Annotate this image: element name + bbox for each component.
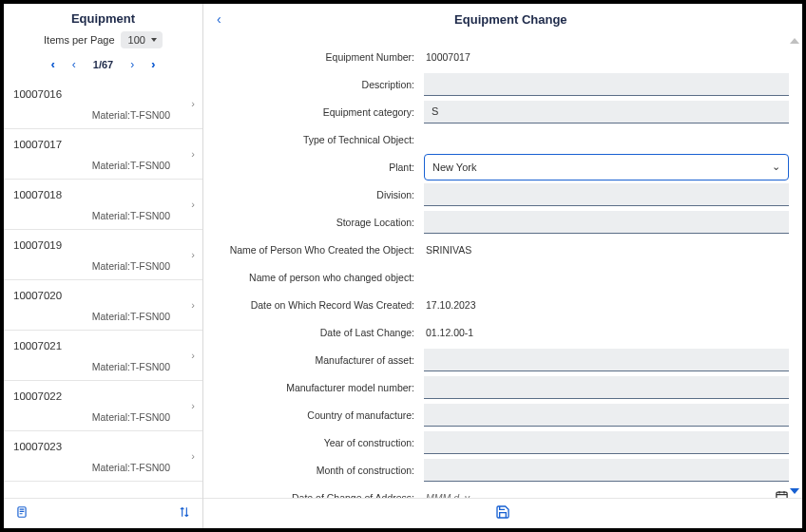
row-tech-object: Type of Technical Object: xyxy=(217,125,789,153)
list-item-material: Material:T-FSN00 xyxy=(13,411,193,423)
label-date-last-change: Date of Last Change: xyxy=(217,327,414,338)
list-item[interactable]: 10007022Material:T-FSN00› xyxy=(4,381,202,431)
input-division[interactable] xyxy=(424,183,789,206)
chevron-down-icon: ⌄ xyxy=(772,161,780,173)
list-item-number: 10007020 xyxy=(13,290,193,301)
pager-prev-icon[interactable]: ‹ xyxy=(72,58,76,71)
row-plant: Plant: New York ⌄ xyxy=(217,153,789,180)
input-country[interactable] xyxy=(424,404,789,427)
form[interactable]: Equipment Number: 10007017 Description: … xyxy=(203,37,802,528)
detail-footer xyxy=(203,498,802,528)
back-button[interactable]: ‹ xyxy=(211,10,227,28)
chevron-right-icon: › xyxy=(191,400,195,411)
equipment-list[interactable]: 10007016Material:T-FSN00›10007017Materia… xyxy=(4,79,202,498)
sidebar: Equipment Items per Page 100 ‹‹ ‹ 1/67 ›… xyxy=(4,4,203,528)
label-created-by: Name of Person Who Created the Object: xyxy=(217,244,414,256)
label-month-construction: Month of construction: xyxy=(217,465,414,476)
list-item[interactable]: 10007018Material:T-FSN00› xyxy=(4,180,202,230)
label-division: Division: xyxy=(217,189,414,200)
row-model-number: Manufacturer model number: xyxy=(217,373,789,401)
label-manufacturer: Manufacturer of asset: xyxy=(217,354,414,366)
row-created-by: Name of Person Who Created the Object: S… xyxy=(217,236,789,263)
row-equipment-category: Equipment category: xyxy=(217,98,789,125)
input-equipment-category[interactable] xyxy=(424,101,789,124)
label-tech-object: Type of Technical Object: xyxy=(217,134,414,145)
select-plant-value: New York xyxy=(432,162,476,173)
list-item-number: 10007019 xyxy=(13,239,193,251)
input-month-construction[interactable] xyxy=(424,459,789,482)
row-division: Division: xyxy=(217,180,789,208)
label-equipment-number: Equipment Number: xyxy=(217,51,414,63)
list-item-number: 10007023 xyxy=(13,441,193,452)
input-description[interactable] xyxy=(424,73,789,96)
chevron-right-icon: › xyxy=(191,450,195,462)
list-item-material: Material:T-FSN00 xyxy=(13,160,193,171)
scroll-down-icon[interactable] xyxy=(790,488,799,494)
items-per-page-row: Items per Page 100 xyxy=(4,31,202,52)
list-item[interactable]: 10007023Material:T-FSN00› xyxy=(4,431,202,482)
pager-first-icon[interactable]: ‹‹ xyxy=(51,58,55,71)
pager-last-icon[interactable]: ›› xyxy=(151,58,155,71)
app-root: Equipment Items per Page 100 ‹‹ ‹ 1/67 ›… xyxy=(4,4,802,528)
list-item-material: Material:T-FSN00 xyxy=(13,462,193,473)
label-date-created: Date on Which Record Was Created: xyxy=(217,299,414,311)
chevron-right-icon: › xyxy=(191,148,195,160)
row-country: Country of manufacture: xyxy=(217,401,789,428)
save-button[interactable] xyxy=(495,504,510,523)
row-changed-by: Name of person who changed object: xyxy=(217,263,789,291)
list-item[interactable]: 10007021Material:T-FSN00› xyxy=(4,331,202,381)
chevron-right-icon: › xyxy=(191,199,195,210)
list-item[interactable]: 10007019Material:T-FSN00› xyxy=(4,230,202,280)
list-item[interactable]: 10007016Material:T-FSN00› xyxy=(4,79,202,129)
input-manufacturer[interactable] xyxy=(424,349,789,371)
chevron-right-icon: › xyxy=(191,249,195,260)
list-item-material: Material:T-FSN00 xyxy=(13,109,193,121)
list-item[interactable]: 10007020Material:T-FSN00› xyxy=(4,280,202,331)
value-date-created: 17.10.2023 xyxy=(424,295,478,314)
list-item-number: 10007018 xyxy=(13,189,193,200)
pager-nav: ‹‹ ‹ 1/67 › ›› xyxy=(4,52,202,79)
items-per-page-label: Items per Page xyxy=(44,34,115,46)
value-equipment-number: 10007017 xyxy=(424,48,472,66)
list-item[interactable]: 10007017Material:T-FSN00› xyxy=(4,129,202,180)
input-model-number[interactable] xyxy=(424,376,789,399)
list-item-number: 10007016 xyxy=(13,88,193,100)
row-storage-location: Storage Location: xyxy=(217,208,789,236)
row-month-construction: Month of construction: xyxy=(217,456,789,484)
label-equipment-category: Equipment category: xyxy=(217,106,414,118)
list-item-material: Material:T-FSN00 xyxy=(13,311,193,322)
label-year-construction: Year of construction: xyxy=(217,437,414,448)
items-per-page-select[interactable]: 100 xyxy=(121,31,163,48)
value-created-by: SRINIVAS xyxy=(424,240,473,259)
label-description: Description: xyxy=(217,79,414,90)
export-icon[interactable] xyxy=(15,505,29,522)
items-per-page-value: 100 xyxy=(128,34,145,46)
input-year-construction[interactable] xyxy=(424,431,789,454)
row-manufacturer: Manufacturer of asset: xyxy=(217,346,789,373)
value-changed-by xyxy=(424,274,428,281)
row-date-last-change: Date of Last Change: 01.12.00-1 xyxy=(217,318,789,346)
label-changed-by: Name of person who changed object: xyxy=(217,272,414,283)
value-tech-object xyxy=(424,136,428,143)
list-item-material: Material:T-FSN00 xyxy=(13,260,193,272)
detail-header: ‹ Equipment Change xyxy=(203,4,802,37)
row-description: Description: xyxy=(217,70,789,98)
pager-next-icon[interactable]: › xyxy=(130,58,134,71)
sort-icon[interactable] xyxy=(178,505,191,522)
label-plant: Plant: xyxy=(217,162,414,173)
input-storage-location[interactable] xyxy=(424,211,789,234)
list-item-material: Material:T-FSN00 xyxy=(13,210,193,221)
chevron-right-icon: › xyxy=(191,299,195,311)
list-item-number: 10007022 xyxy=(13,390,193,402)
row-year-construction: Year of construction: xyxy=(217,428,789,456)
detail-title: Equipment Change xyxy=(227,12,795,27)
label-country: Country of manufacture: xyxy=(217,409,414,421)
scroll-up-icon[interactable] xyxy=(790,38,799,44)
pager-page-display: 1/67 xyxy=(93,59,113,70)
chevron-right-icon: › xyxy=(191,350,195,361)
sidebar-title: Equipment xyxy=(4,4,202,31)
label-model-number: Manufacturer model number: xyxy=(217,382,414,393)
value-date-last-change: 01.12.00-1 xyxy=(424,323,475,342)
sidebar-footer xyxy=(4,498,202,528)
select-plant[interactable]: New York ⌄ xyxy=(424,154,789,180)
